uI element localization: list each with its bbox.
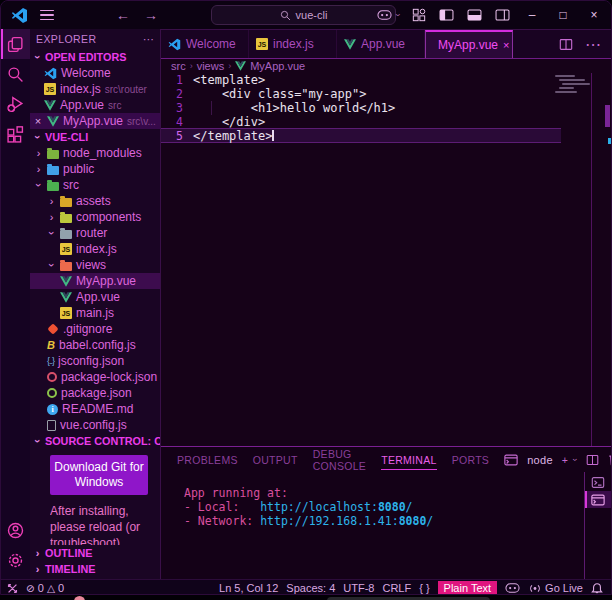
cursor-position-status[interactable]: Ln 5, Col 12 [219,582,278,594]
tab-welcome[interactable]: Welcome [161,30,249,58]
code-editor[interactable]: 1<template> 2 <div class="my-app"> 3 <h1… [161,73,611,446]
panel-tab-terminal[interactable]: TERMINAL [381,450,437,470]
notifications-bell-icon[interactable] [591,582,603,595]
tree-item-router-indexjs[interactable]: index.js [30,241,160,257]
code-line: 2 <div class="my-app"> [161,87,561,101]
chevron-down-icon: › [32,133,44,142]
tab-myappvue[interactable]: MyApp.vue × [425,30,513,58]
folder-icon [60,214,72,223]
open-editor-appvue[interactable]: App.vue src [30,97,160,113]
explorer-more-actions-icon[interactable]: ⋯ [143,33,154,45]
timeline-header[interactable]: › TIMELINE [30,561,160,577]
account-icon[interactable] [1,515,30,545]
tree-item-public[interactable]: › public [30,161,160,177]
minimize-button[interactable]: – [523,8,541,22]
command-center-search[interactable]: vue-cli [211,5,396,25]
tree-item-appvue[interactable]: App.vue [30,289,160,305]
js-file-icon [256,38,268,50]
tree-item-packagejson[interactable]: package.json [30,385,160,401]
extensions-activity-icon[interactable] [1,119,30,149]
split-terminal-icon[interactable] [586,454,599,466]
panel-tab-output[interactable]: OUTPUT [253,450,298,469]
run-debug-activity-icon[interactable] [1,89,30,119]
close-window-button[interactable]: × [585,8,603,22]
tree-item-assets[interactable]: › assets [30,193,160,209]
source-control-header[interactable]: › SOURCE CONTROL: CHAN... [30,433,160,449]
settings-gear-icon[interactable] [1,545,30,575]
remote-indicator-icon[interactable] [7,583,18,594]
text-cursor [272,130,274,141]
encoding-status[interactable]: UTF-8 [343,582,374,594]
error-icon: ⊘ [26,582,35,594]
activity-bar [1,29,30,579]
go-live-button[interactable]: Go Live [528,582,583,594]
copilot-icon[interactable] [377,9,392,21]
chevron-down-icon: › [32,53,44,62]
open-editor-indexjs[interactable]: index.js src\router [30,81,160,97]
minimap[interactable] [553,73,589,95]
tree-item-jsconfig[interactable]: jsconfig.json [30,353,160,369]
tree-item-package-lock[interactable]: package-lock.json [30,369,160,385]
toggle-panel-icon[interactable] [467,9,482,21]
problems-status[interactable]: ⊘ 0 △ 0 [26,582,64,594]
project-section-header[interactable]: › VUE-CLI [30,129,160,145]
explorer-activity-icon[interactable] [1,29,30,59]
new-terminal-icon[interactable]: + [562,454,568,466]
outline-header[interactable]: › OUTLINE [30,545,160,561]
tree-item-myappvue[interactable]: MyApp.vue [30,273,160,289]
desktop-strip [0,595,612,600]
code-line: 4 </div> [161,115,561,129]
toggle-sidebar-icon[interactable] [439,9,454,21]
toggle-secondary-sidebar-icon[interactable] [495,9,510,21]
maximize-button[interactable]: □ [554,8,572,22]
terminal-launch-icon[interactable] [585,474,611,491]
hamburger-menu-icon[interactable] [40,10,54,21]
code-line: 3 <h1>hello world</h1> [161,101,561,115]
language-mode-status[interactable]: Plain Text [438,581,498,596]
terminal-dropdown-icon[interactable]: › [570,458,580,461]
tree-item-node-modules[interactable]: › node_modules [30,145,160,161]
terminal-output[interactable]: App running at: - Local: http://localhos… [161,472,584,579]
panel-tab-ports[interactable]: PORTS [452,450,489,469]
braces-language-icon[interactable]: { } [419,582,429,594]
split-editor-icon[interactable] [559,38,573,51]
open-editor-welcome[interactable]: Welcome [30,65,160,81]
chevron-down-icon: › [46,229,58,238]
history-back-button[interactable]: ← [116,7,130,23]
tree-item-src[interactable]: › src [30,177,160,193]
open-editor-myappvue[interactable]: × MyApp.vue src\v... [30,113,160,129]
chevron-right-icon: › [228,61,231,71]
tree-item-router[interactable]: › router [30,225,160,241]
copilot-status-icon[interactable] [505,582,520,594]
tab-indexjs[interactable]: index.js [249,30,337,58]
close-editor-icon[interactable]: × [33,115,43,127]
tree-item-gitignore[interactable]: .gitignore [30,321,160,337]
panel-tab-debug-console[interactable]: DEBUG CONSOLE [313,444,366,475]
download-git-button[interactable]: Download Git for Windows [50,455,148,495]
eol-status[interactable]: CRLF [382,582,411,594]
tree-item-mainjs[interactable]: main.js [30,305,160,321]
shell-name[interactable]: node [527,454,553,466]
search-activity-icon[interactable] [1,59,30,89]
tree-item-views[interactable]: › views [30,257,160,273]
tree-item-readme[interactable]: README.md [30,401,160,417]
customize-layout-icon[interactable] [412,8,426,22]
close-tab-icon[interactable]: × [503,39,509,51]
vue-file-icon [44,100,56,111]
breadcrumb[interactable]: src › views › MyApp.vue [161,59,611,73]
copilot-chevron-icon[interactable]: › [393,14,403,17]
indentation-status[interactable]: Spaces: 4 [286,582,335,594]
panel-tab-problems[interactable]: PROBLEMS [177,450,238,469]
tree-item-babelconfig[interactable]: babel.config.js [30,337,160,353]
scrollbar-thumb[interactable] [605,105,610,127]
tree-item-vueconfig[interactable]: vue.config.js [30,417,160,433]
warning-icon: △ [47,582,55,594]
open-editors-header[interactable]: › OPEN EDITORS [30,49,160,65]
tree-item-components[interactable]: › components [30,209,160,225]
terminal-tab-node[interactable] [585,491,611,508]
status-bar: ⊘ 0 △ 0 Ln 5, Col 12 Spaces: 4 UTF-8 CRL… [1,579,611,595]
editor-more-actions-icon[interactable]: ⋯ [585,35,601,54]
history-forward-button[interactable]: → [144,7,158,23]
kill-terminal-trash-icon[interactable] [608,453,612,466]
tab-appvue[interactable]: App.vue [337,30,425,58]
